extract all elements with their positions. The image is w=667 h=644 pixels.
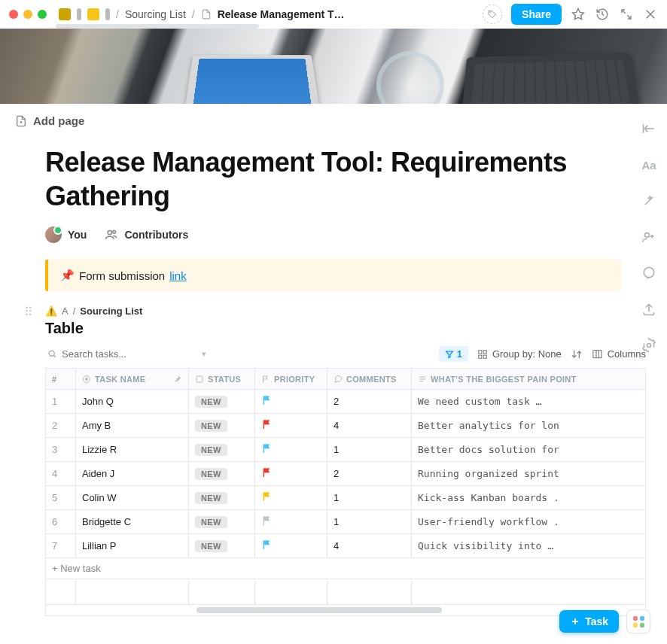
svg-rect-15 [479, 355, 482, 358]
window-max-btn[interactable] [38, 10, 47, 19]
cell-pain-point[interactable]: User-friendly workflow . [412, 510, 646, 534]
widget-bc-current[interactable]: Sourcing List [80, 305, 142, 317]
table-row[interactable]: 1John QNEW2We need custom task … [46, 390, 646, 414]
col-priority[interactable]: PRIORITY [255, 369, 327, 390]
add-page-button[interactable]: Add page [0, 104, 667, 138]
share-button[interactable]: Share [511, 4, 562, 25]
table-row[interactable]: 6Bridgette CNEW1User-friendly workflow . [46, 510, 646, 534]
filter-button[interactable]: 1 [439, 346, 468, 362]
cell-pain-point[interactable]: Better analytics for lon [412, 414, 646, 438]
cell-comments[interactable]: 1 [327, 486, 412, 510]
col-status[interactable]: STATUS [189, 369, 255, 390]
table-row[interactable]: 4Aiden JNEW2Running organized sprint [46, 462, 646, 486]
callout-link[interactable]: link [169, 269, 187, 282]
svg-point-34 [645, 233, 650, 238]
text-style-button[interactable]: Aa [641, 156, 657, 173]
chat-icon[interactable] [641, 265, 657, 281]
topbar-actions: Share [483, 4, 658, 25]
cell-status[interactable]: NEW [189, 486, 255, 510]
cell-task-name[interactable]: Lizzie R [76, 438, 189, 462]
col-comments[interactable]: COMMENTS [327, 369, 412, 390]
cell-pain-point[interactable]: Kick-ass Kanban boards . [412, 486, 646, 510]
cell-pain-point[interactable]: Quick visibility into … [412, 534, 646, 558]
widget-bc-a[interactable]: A [62, 305, 69, 317]
cell-task-name[interactable]: Colin W [76, 486, 189, 510]
cell-pain-point[interactable]: Better docs solution for [412, 438, 646, 462]
cell-priority[interactable] [255, 438, 327, 462]
cell-task-name[interactable]: Lillian P [76, 534, 189, 558]
breadcrumb-current[interactable]: Release Management T… [218, 8, 345, 20]
page-title[interactable]: Release Management Tool: Requirements Ga… [45, 145, 622, 213]
gear-icon[interactable] [641, 337, 657, 354]
magic-icon[interactable] [641, 193, 657, 209]
new-task-row[interactable]: + New task [46, 558, 646, 579]
cell-priority[interactable] [255, 414, 327, 438]
cell-comments[interactable]: 2 [327, 462, 412, 486]
table-row[interactable]: 2Amy BNEW4Better analytics for lon [46, 414, 646, 438]
outdent-icon[interactable] [641, 120, 657, 137]
status-icon [195, 375, 204, 384]
chevron-down-icon[interactable]: ▾ [202, 349, 206, 359]
filter-count: 1 [457, 348, 462, 360]
cover-image[interactable] [0, 29, 667, 104]
cell-pain-point[interactable]: Running organized sprint [412, 462, 646, 486]
tag-button[interactable] [483, 5, 502, 24]
project-icon[interactable] [87, 8, 99, 20]
close-icon[interactable] [643, 7, 658, 22]
new-task-button[interactable]: Task [559, 610, 619, 633]
cell-task-name[interactable]: Aiden J [76, 462, 189, 486]
workspace-icon[interactable] [59, 8, 71, 20]
cell-comments[interactable]: 1 [327, 510, 412, 534]
col-number[interactable]: # [46, 369, 76, 390]
task-icon [82, 375, 91, 384]
cell-task-name[interactable]: John Q [76, 390, 189, 414]
cell-pain-point[interactable]: We need custom task … [412, 390, 646, 414]
filter-icon [445, 350, 454, 359]
cell-comments[interactable]: 4 [327, 414, 412, 438]
table-row[interactable]: 7Lillian PNEW4Quick visibility into … [46, 534, 646, 558]
drag-handle-icon[interactable]: ⠿ [24, 305, 33, 319]
you-chip[interactable]: You [45, 226, 87, 243]
col-task-name[interactable]: TASK NAME [76, 369, 189, 390]
project-sep [105, 8, 110, 20]
breadcrumb-parent[interactable]: Sourcing List [125, 8, 186, 20]
svg-point-10 [49, 351, 54, 356]
col-pain[interactable]: WHAT'S THE BIGGEST PAIN POINT [412, 369, 646, 390]
cell-comments[interactable]: 1 [327, 438, 412, 462]
cell-comments[interactable]: 4 [327, 534, 412, 558]
search-input[interactable] [62, 348, 175, 360]
cell-status[interactable]: NEW [189, 510, 255, 534]
window-close-btn[interactable] [9, 10, 18, 19]
people-add-icon[interactable] [641, 229, 657, 245]
widget-title[interactable]: Table [45, 320, 646, 337]
cell-priority[interactable] [255, 510, 327, 534]
cell-status[interactable]: NEW [189, 438, 255, 462]
comment-icon [334, 375, 343, 384]
cell-task-name[interactable]: Amy B [76, 414, 189, 438]
cell-priority[interactable] [255, 486, 327, 510]
window-min-btn[interactable] [23, 10, 32, 19]
table-row[interactable]: 3Lizzie RNEW1Better docs solution for [46, 438, 646, 462]
collapse-icon[interactable] [619, 7, 634, 22]
cell-priority[interactable] [255, 462, 327, 486]
table-hscrollbar[interactable] [46, 607, 645, 613]
groupby-button[interactable]: Group by: None [477, 348, 562, 360]
upload-icon[interactable] [641, 301, 657, 317]
history-icon[interactable] [595, 7, 610, 22]
contributors-row: You Contributors [45, 226, 622, 243]
svg-rect-19 [593, 351, 602, 358]
table-row[interactable]: 5Colin WNEW1Kick-ass Kanban boards . [46, 486, 646, 510]
contributors-chip[interactable]: Contributors [105, 228, 188, 242]
cell-status[interactable]: NEW [189, 414, 255, 438]
star-icon[interactable] [571, 7, 586, 22]
cell-status[interactable]: NEW [189, 462, 255, 486]
cell-comments[interactable]: 2 [327, 390, 412, 414]
cell-task-name[interactable]: Bridgette C [76, 510, 189, 534]
sort-button[interactable] [571, 348, 583, 360]
search-box[interactable] [45, 345, 196, 363]
cell-priority[interactable] [255, 390, 327, 414]
apps-button[interactable] [626, 609, 650, 633]
cell-status[interactable]: NEW [189, 534, 255, 558]
cell-priority[interactable] [255, 534, 327, 558]
cell-status[interactable]: NEW [189, 390, 255, 414]
